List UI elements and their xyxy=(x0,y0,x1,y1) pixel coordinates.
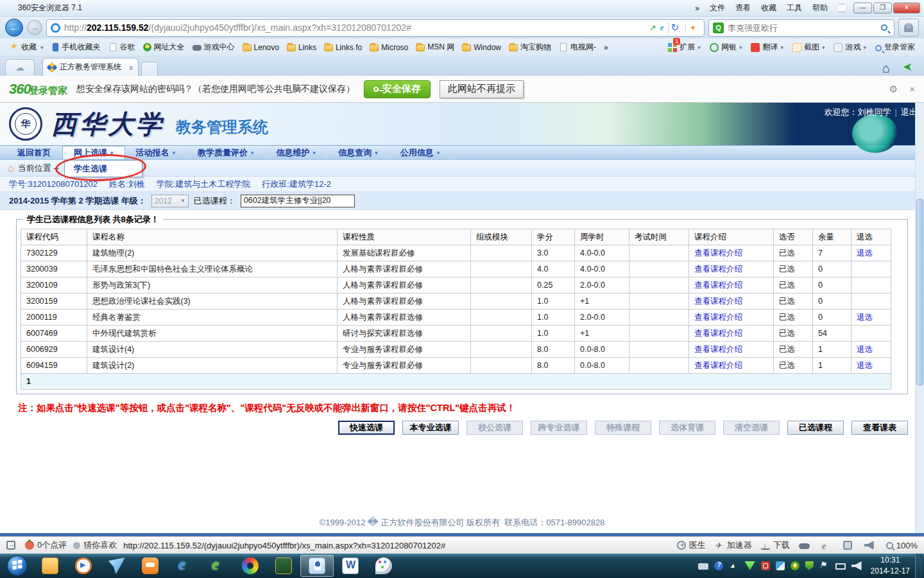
clear-selection-button[interactable]: 清空选课 xyxy=(723,421,780,435)
taskbar-word-icon[interactable] xyxy=(334,555,367,577)
taskbar-paint-icon[interactable] xyxy=(367,555,400,577)
taskbar-aliwangwang-icon[interactable] xyxy=(133,555,167,577)
tray-network-icon[interactable] xyxy=(835,563,846,570)
bookmark-window[interactable]: Window xyxy=(459,42,504,53)
notification-settings-icon[interactable]: ⚙ xyxy=(889,83,898,95)
course-name[interactable]: 思想政治理论课社会实践(3) xyxy=(87,293,338,310)
taskbar-explorer-icon[interactable] xyxy=(33,555,67,577)
course-name[interactable]: 形势与政策3(下) xyxy=(87,277,338,293)
school-public-select-button[interactable]: 校公选课 xyxy=(466,421,523,435)
status-suggestions[interactable]: 猜你喜欢 xyxy=(73,539,117,551)
bookmark-links[interactable]: Links xyxy=(284,42,320,53)
nav-item-info-query[interactable]: 信息查询 xyxy=(327,146,389,159)
search-box[interactable]: Q xyxy=(708,19,894,37)
toolbar-translate[interactable]: 翻译 xyxy=(748,41,786,53)
close-button[interactable]: × xyxy=(893,3,920,13)
selected-courses-button[interactable]: 已选课程 xyxy=(787,421,844,435)
view-timetable-button[interactable]: 查看课表 xyxy=(851,421,908,435)
course-name[interactable]: 建筑设计(4) xyxy=(87,342,338,358)
menu-overflow-chevron[interactable]: » xyxy=(695,4,699,13)
page-scrollbar[interactable] xyxy=(915,103,924,533)
taskbar-color-suite-icon[interactable] xyxy=(234,555,267,577)
account-button[interactable] xyxy=(898,19,919,37)
share-icon[interactable]: ↗ xyxy=(649,23,656,33)
cloud-sync-icon[interactable]: ☁ xyxy=(5,59,35,76)
maximize-button[interactable]: ❐ xyxy=(873,3,892,13)
bookmark-favorites[interactable]: 收藏 xyxy=(6,40,47,54)
bookmark-tv-site[interactable]: 电视网- xyxy=(556,40,599,54)
course-name[interactable]: 建筑设计(2) xyxy=(87,358,338,374)
nav-item-info-maintenance[interactable]: 信息维护 xyxy=(266,146,328,159)
restore-session-icon[interactable]: ➤ xyxy=(903,60,912,74)
bookmark-lenovo[interactable]: Lenovo xyxy=(239,42,282,53)
pagination-page-number[interactable]: 1 xyxy=(21,374,891,390)
course-intro-link[interactable]: 查看课程介绍 xyxy=(694,361,742,370)
toolbar-online-banking[interactable]: 网银 xyxy=(707,41,745,53)
taskbar-clock[interactable]: 10:31 2014-12-17 xyxy=(871,555,910,577)
nav-item-teaching-quality-eval[interactable]: 教学质量评价 xyxy=(187,146,266,159)
course-intro-link[interactable]: 查看课程介绍 xyxy=(694,345,742,354)
toolbar-screenshot[interactable]: 截图 xyxy=(790,41,828,53)
course-intro-link[interactable]: 查看课程介绍 xyxy=(694,329,742,338)
ie-compat-icon[interactable]: e xyxy=(660,22,664,33)
taskbar-media-player-icon[interactable] xyxy=(67,555,100,577)
skin-icon[interactable] xyxy=(837,4,847,12)
scrollbar-thumb[interactable] xyxy=(916,199,923,385)
status-reviews[interactable]: 0个点评 xyxy=(25,539,67,551)
taskbar-360-browser-icon[interactable] xyxy=(200,555,234,577)
status-gamepad-icon[interactable] xyxy=(799,541,813,549)
menu-help[interactable]: 帮助 xyxy=(812,3,828,13)
bookmark-msn[interactable]: MSN 网 xyxy=(413,40,458,54)
bookmark-game-center[interactable]: 游戏中心 xyxy=(189,40,238,54)
grade-select[interactable]: 2012▼ xyxy=(151,195,189,207)
new-tab-button[interactable] xyxy=(141,62,158,76)
start-button[interactable] xyxy=(6,555,28,577)
notification-close-icon[interactable]: × xyxy=(909,83,915,95)
nav-item-home[interactable]: 返回首页 xyxy=(6,146,62,159)
bookmark-overflow[interactable]: » xyxy=(601,42,612,53)
course-intro-link[interactable]: 查看课程介绍 xyxy=(694,249,742,258)
bookmark-links-fo[interactable]: Links fo xyxy=(321,42,365,53)
menu-view[interactable]: 查看 xyxy=(735,3,751,13)
bookmark-microso[interactable]: Microso xyxy=(366,42,411,53)
toolbar-login-manager[interactable]: 登录管家 xyxy=(873,41,918,53)
status-share-icon[interactable] xyxy=(6,541,19,550)
course-name[interactable]: 毛泽东思想和中国特色社会主义理论体系概论 xyxy=(87,261,338,277)
cross-major-select-button[interactable]: 跨专业选课 xyxy=(531,421,587,435)
search-engine-icon[interactable]: Q xyxy=(713,22,724,33)
taskbar-green-app-icon[interactable] xyxy=(267,555,300,577)
course-intro-link[interactable]: 查看课程介绍 xyxy=(694,265,742,274)
major-select-button[interactable]: 本专业选课 xyxy=(402,421,459,435)
tray-antivirus-icon[interactable] xyxy=(791,561,800,570)
course-name[interactable]: 中外现代建筑赏析 xyxy=(87,326,338,342)
status-accelerator[interactable]: 加速器 xyxy=(715,539,752,551)
menu-favorites[interactable]: 收藏 xyxy=(761,3,776,13)
active-tab[interactable]: 正方教务管理系统 x xyxy=(42,58,139,76)
url-text[interactable]: http://202.115.159.52/(dyjauui2juhpyo450… xyxy=(64,22,646,33)
bookmark-google[interactable]: 谷歌 xyxy=(105,40,139,54)
tray-flag-icon[interactable] xyxy=(819,561,830,570)
status-zoom[interactable]: 100% xyxy=(886,541,918,550)
menu-tools[interactable]: 工具 xyxy=(787,3,802,13)
nav-item-online-course-selection[interactable]: 网上选课 xyxy=(62,146,125,159)
bookmark-mobile-favorites[interactable]: 手机收藏夹 xyxy=(48,40,104,54)
tray-shield-icon[interactable] xyxy=(805,561,814,570)
drop-course-link[interactable]: 退选 xyxy=(857,313,873,322)
tray-update-icon[interactable] xyxy=(776,561,785,570)
tab-close-icon[interactable]: x xyxy=(129,64,133,71)
bookmark-taobao[interactable]: 淘宝购物 xyxy=(506,40,554,54)
refresh-icon[interactable]: ↻ xyxy=(668,22,682,33)
status-ie-icon[interactable] xyxy=(822,541,834,550)
status-doctor[interactable]: 医生 xyxy=(677,539,706,551)
course-name[interactable]: 经典名著鉴赏 xyxy=(87,310,338,326)
taskbar-messenger-icon[interactable] xyxy=(100,555,133,577)
drop-course-link[interactable]: 退选 xyxy=(857,249,873,258)
nav-item-public-info[interactable]: 公用信息 xyxy=(389,146,452,159)
course-intro-link[interactable]: 查看课程介绍 xyxy=(694,297,742,306)
selected-course-input[interactable]: 0602建筑学主修专业||20 xyxy=(241,195,355,207)
course-intro-link[interactable]: 查看课程介绍 xyxy=(694,281,742,290)
show-desktop-button[interactable] xyxy=(915,554,923,578)
tray-volume-icon[interactable] xyxy=(851,561,862,570)
tray-red-app-icon[interactable] xyxy=(761,561,770,570)
search-icon[interactable] xyxy=(881,24,887,31)
